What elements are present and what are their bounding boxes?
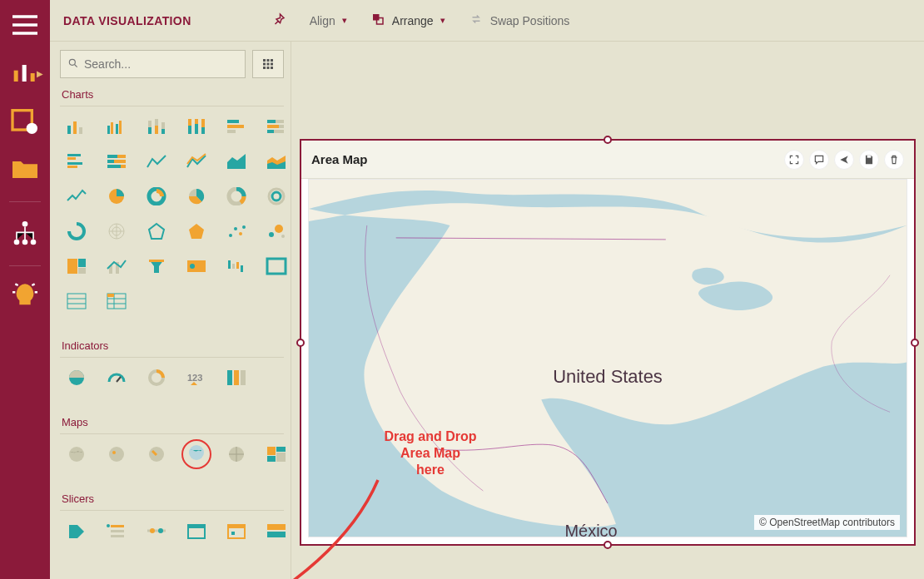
user-report-nav[interactable] <box>8 105 42 138</box>
grid-view-toggle[interactable] <box>252 50 284 78</box>
chart-pentagon-fill-icon[interactable] <box>180 218 213 245</box>
chart-pentagon-icon[interactable] <box>140 218 173 245</box>
indicator-circular-icon[interactable] <box>140 364 173 391</box>
slicer-range-icon[interactable] <box>140 517 173 544</box>
chart-multiline-icon[interactable] <box>180 148 213 175</box>
canvas[interactable]: Area Map <box>291 42 924 579</box>
chart-funnel-icon[interactable] <box>140 253 173 280</box>
align-dropdown[interactable]: Align ▾ <box>310 14 347 27</box>
indicator-gauge-fill-icon[interactable] <box>60 364 93 391</box>
section-label-maps: Maps <box>60 413 284 434</box>
resize-handle-bottom[interactable] <box>604 541 612 549</box>
svg-rect-44 <box>267 120 276 123</box>
arrange-dropdown[interactable]: Arrange ▾ <box>370 12 445 29</box>
map-viewport[interactable]: United States México © OpenStreetMap con… <box>308 179 907 537</box>
map-attribution: © OpenStreetMap contributors <box>754 515 900 530</box>
svg-rect-27 <box>119 121 122 134</box>
svg-rect-19 <box>267 67 270 69</box>
indicator-gauge-icon[interactable] <box>100 364 133 391</box>
chart-area-icon[interactable] <box>220 148 253 175</box>
svg-rect-31 <box>155 126 158 134</box>
svg-rect-20 <box>271 67 273 69</box>
svg-rect-120 <box>267 532 286 537</box>
indicator-number-icon[interactable]: 123 <box>180 364 213 391</box>
chart-radar-icon[interactable] <box>100 218 133 245</box>
resize-handle-top[interactable] <box>604 136 612 144</box>
map-tree-icon[interactable] <box>260 441 291 468</box>
svg-rect-108 <box>111 530 124 532</box>
svg-point-69 <box>239 232 242 235</box>
chart-donut-icon[interactable] <box>140 183 173 210</box>
pin-icon[interactable] <box>271 12 286 29</box>
search-input[interactable] <box>84 57 238 71</box>
map-world-dot-icon[interactable] <box>100 441 133 468</box>
slicer-date-icon[interactable] <box>180 517 213 544</box>
folder-nav[interactable] <box>8 153 42 186</box>
svg-point-8 <box>31 240 37 245</box>
chart-pie-multi-icon[interactable] <box>180 183 213 210</box>
chart-sunburst-icon[interactable] <box>260 183 291 210</box>
widget-comment-button[interactable] <box>809 150 829 170</box>
svg-rect-37 <box>195 124 198 134</box>
chart-scatter-icon[interactable] <box>220 218 253 245</box>
widget-share-button[interactable] <box>834 150 854 170</box>
svg-rect-56 <box>107 160 114 163</box>
dashboard-nav[interactable]: ▶ <box>8 57 42 90</box>
widget-fullscreen-button[interactable] <box>784 150 804 170</box>
area-map-widget[interactable]: Area Map <box>300 139 916 546</box>
svg-rect-118 <box>231 532 235 535</box>
map-world-accent-icon[interactable] <box>140 441 173 468</box>
indicator-bars-icon[interactable] <box>220 364 253 391</box>
chart-polar-icon[interactable] <box>60 218 93 245</box>
chart-line-icon[interactable] <box>140 148 173 175</box>
chart-combo-icon[interactable] <box>100 253 133 280</box>
slicers-grid <box>60 517 284 559</box>
chart-treemap-icon[interactable] <box>60 253 93 280</box>
chart-sparkline-icon[interactable] <box>60 183 93 210</box>
svg-rect-23 <box>79 127 82 134</box>
align-label: Align <box>310 14 335 27</box>
tree-nav[interactable] <box>8 217 42 250</box>
discover-nav[interactable] <box>8 281 42 314</box>
slicer-list-icon[interactable] <box>100 517 133 544</box>
svg-rect-25 <box>111 122 113 134</box>
chart-bar-icon[interactable] <box>60 113 93 140</box>
slicer-dropdown-icon[interactable] <box>260 517 291 544</box>
resize-handle-left[interactable] <box>296 339 305 347</box>
svg-rect-121 <box>867 155 872 157</box>
section-label-indicators: Indicators <box>60 336 284 358</box>
chart-hbar-icon[interactable] <box>220 113 253 140</box>
chart-bar-stacked-icon[interactable] <box>140 113 173 140</box>
chart-hbar-100-icon[interactable] <box>100 148 133 175</box>
chart-hbar-stacked-icon[interactable] <box>260 113 291 140</box>
chart-bubble-icon[interactable] <box>260 218 291 245</box>
widget-delete-button[interactable] <box>884 150 904 170</box>
search-input-wrap[interactable] <box>60 50 246 78</box>
svg-rect-94 <box>227 370 232 385</box>
page-title: DATA VISUALIZATION <box>63 14 191 27</box>
map-world-outline-icon[interactable] <box>220 441 253 468</box>
slicer-tag-icon[interactable] <box>60 517 93 544</box>
arrange-icon <box>370 12 385 29</box>
chart-pie-icon[interactable] <box>100 183 133 210</box>
swap-positions-button[interactable]: Swap Positions <box>469 12 570 29</box>
chart-card-icon[interactable] <box>180 253 213 280</box>
chart-waterfall-icon[interactable] <box>220 253 253 280</box>
chart-bar-grouped-icon[interactable] <box>100 113 133 140</box>
slicer-date-range-icon[interactable] <box>220 517 253 544</box>
chart-matrix-icon[interactable] <box>100 288 133 314</box>
svg-rect-87 <box>67 294 86 309</box>
svg-rect-40 <box>227 120 239 123</box>
chart-table-icon[interactable] <box>60 288 93 314</box>
resize-handle-right[interactable] <box>911 339 919 347</box>
chart-frame-icon[interactable] <box>260 253 291 280</box>
chart-donut-multi-icon[interactable] <box>220 183 253 210</box>
svg-point-98 <box>109 447 124 462</box>
map-world-grey-icon[interactable] <box>60 441 93 468</box>
map-area-icon[interactable] <box>180 441 213 468</box>
chart-hbar-grouped-icon[interactable] <box>60 148 93 175</box>
menu-button[interactable] <box>8 8 42 42</box>
widget-save-button[interactable] <box>859 150 879 170</box>
chart-area-stacked-icon[interactable] <box>260 148 291 175</box>
chart-bar-100-icon[interactable] <box>180 113 213 140</box>
